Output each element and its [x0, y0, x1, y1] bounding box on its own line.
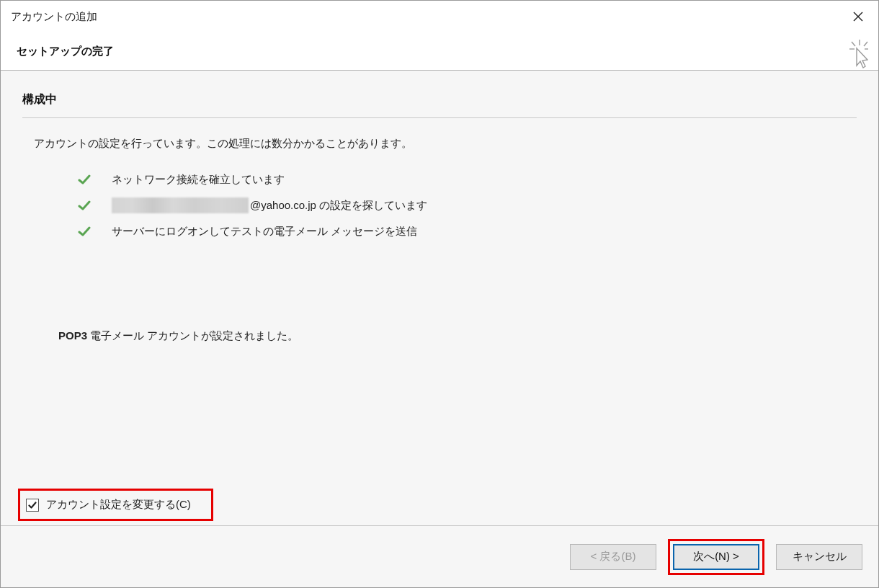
titlebar: アカウントの追加	[1, 1, 878, 32]
svg-line-3	[852, 42, 855, 46]
section-heading: 構成中	[22, 92, 857, 107]
result-text: POP3 電子メール アカウントが設定されました。	[58, 329, 857, 343]
dialog-window: アカウントの追加 セットアップの完了 構成中 アカウントの設定を行っています。こ…	[0, 0, 879, 588]
subtitle-row: セットアップの完了	[1, 32, 878, 70]
steps-list: ネットワーク接続を確立しています @yahoo.co.jp の設定を探しています…	[77, 166, 857, 244]
subtitle: セットアップの完了	[17, 45, 114, 58]
change-settings-label: アカウント設定を変更する(C)	[46, 498, 191, 512]
footer: < 戻る(B) 次へ(N) > キャンセル	[1, 525, 878, 587]
step-row: @yahoo.co.jp の設定を探しています	[77, 192, 857, 218]
svg-line-4	[864, 42, 867, 46]
checkmark-icon	[77, 198, 92, 213]
next-button-highlight: 次へ(N) >	[668, 539, 764, 575]
next-button[interactable]: 次へ(N) >	[673, 544, 759, 570]
wizard-cursor-icon	[844, 38, 868, 72]
check-icon	[28, 501, 37, 509]
section-description: アカウントの設定を行っています。この処理には数分かかることがあります。	[34, 137, 857, 151]
result-prefix: POP3	[58, 329, 87, 342]
back-button: < 戻る(B)	[570, 544, 656, 570]
window-title: アカウントの追加	[11, 10, 97, 24]
close-button[interactable]	[845, 5, 871, 28]
body-area: 構成中 アカウントの設定を行っています。この処理には数分かかることがあります。 …	[1, 71, 878, 525]
redacted-email	[112, 197, 249, 213]
step-row: サーバーにログオンしてテストの電子メール メッセージを送信	[77, 218, 857, 244]
back-button-label: < 戻る(B)	[591, 550, 636, 564]
section-divider	[22, 117, 857, 118]
close-icon	[853, 12, 863, 22]
result-message: 電子メール アカウントが設定されました。	[87, 329, 298, 342]
step-row: ネットワーク接続を確立しています	[77, 166, 857, 192]
checkmark-icon	[77, 224, 92, 239]
change-settings-highlight: アカウント設定を変更する(C)	[18, 489, 213, 521]
change-settings-checkbox[interactable]	[26, 499, 39, 512]
cancel-button-label: キャンセル	[793, 550, 847, 564]
checkmark-icon	[77, 172, 92, 187]
cancel-button[interactable]: キャンセル	[776, 544, 862, 570]
next-button-label: 次へ(N) >	[693, 550, 739, 564]
step-text: ネットワーク接続を確立しています	[112, 173, 285, 187]
step-text: サーバーにログオンしてテストの電子メール メッセージを送信	[112, 225, 417, 239]
step-text: @yahoo.co.jp の設定を探しています	[250, 199, 427, 213]
